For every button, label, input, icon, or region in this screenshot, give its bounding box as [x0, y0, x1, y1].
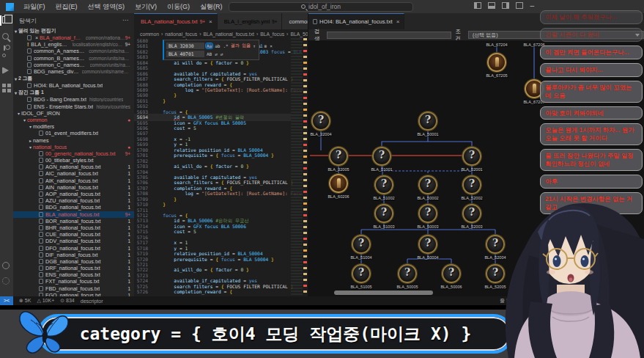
open-editor-item[interactable]: ×BLA_national_focus.txtcommon/national_f…	[13, 34, 134, 41]
search-view-icon[interactable]	[2, 33, 11, 42]
file-item[interactable]: BHR_national_focus.txt1	[13, 224, 134, 231]
breadcrumb[interactable]: common›national_focus›BLA_national_focus…	[134, 29, 308, 38]
file-item[interactable]: DIF_national_focus.txt1	[13, 252, 134, 258]
tab-bla-national-focus-txt[interactable]: BLA_national_focus.txt9+×	[134, 13, 218, 29]
open-editor-item[interactable]: BDG - Bang Dream.txthistory/countries	[13, 96, 134, 103]
minimize-button[interactable]: –	[530, 2, 534, 9]
focus-node-bla_32005[interactable]	[329, 147, 348, 166]
menu-item-s[interactable]: 선택 영역(S)	[83, 0, 130, 13]
close-preview-tab-icon[interactable]: ×	[396, 18, 400, 25]
file-item[interactable]: 01_event_modifiers.txt	[13, 130, 134, 136]
file-item[interactable]: BDG_national_focus.txt1	[13, 204, 134, 211]
open-editors-header[interactable]: ▾열려 있는 편집기	[13, 27, 134, 34]
file-item[interactable]: DRF_national_focus.txt1	[13, 265, 134, 271]
problems-errors[interactable]: ⊗ 5K	[19, 298, 31, 304]
file-item[interactable]: AIK_national_focus.txt1	[13, 178, 134, 184]
file-item[interactable]: BLA_national_focus.txt9+	[13, 211, 134, 218]
toggle-panel-icon[interactable]	[488, 2, 495, 9]
file-item[interactable]: DDV_national_focus.txt1	[13, 238, 134, 244]
open-editor-item[interactable]: HOI4: BLA_national_focus.txt	[13, 82, 134, 89]
breadcrumb-item[interactable]: BLA_50005	[290, 32, 308, 37]
open-editor-item[interactable]: ENS - Ensemble Stars.txthistory/countrie…	[13, 103, 134, 110]
whole-word-icon[interactable]: ab	[214, 43, 221, 48]
file-item[interactable]: AZU_national_focus.txt1	[13, 197, 134, 204]
toggle-sidebar-icon[interactable]	[474, 2, 481, 9]
file-item[interactable]: ENS_national_focus.txt1	[13, 271, 134, 278]
code-editor[interactable]: 5680 y = 15681 relative_position_id = BL…	[134, 38, 308, 296]
toggle-secondary-sidebar-icon[interactable]	[502, 2, 509, 9]
regex-icon[interactable]: .*	[222, 43, 229, 48]
file-item[interactable]: FXT_national_focus.txt1	[13, 278, 134, 285]
file-item[interactable]: AIC_national_focus.txt1	[13, 170, 134, 177]
menu-item-v[interactable]: 보기(V)	[130, 0, 162, 13]
match-case-icon[interactable]: Aa	[206, 43, 212, 48]
find-next-icon[interactable]: ↓	[258, 43, 262, 48]
folder-item[interactable]: ▸names	[13, 136, 134, 143]
settings-gear-icon[interactable]	[2, 277, 11, 286]
breadcrumb-item[interactable]: national_focus	[165, 32, 197, 37]
focus-node-bla_52001[interactable]	[462, 147, 481, 166]
folder-item[interactable]: ▾common●	[13, 117, 134, 123]
focus-node-bla_50006[interactable]	[442, 264, 461, 283]
menu-item-g[interactable]: 이동(G)	[162, 0, 195, 13]
file-item[interactable]: 00_titlebar_styles.txt	[13, 157, 134, 164]
explorer-icon[interactable]	[2, 16, 11, 25]
focus-node-bla_50001[interactable]	[418, 112, 437, 131]
sidebar-more-icon[interactable]: ⋯	[122, 17, 128, 25]
close-tab-icon[interactable]: ×	[209, 18, 212, 25]
menu-item-e[interactable]: 편집(E)	[51, 0, 83, 13]
preserve-case-icon[interactable]: AB	[206, 51, 212, 56]
file-item[interactable]: BOR_national_focus.txt1	[13, 218, 134, 224]
remote-indicator[interactable]: ><	[0, 296, 13, 305]
focus-node-bla_32004[interactable]	[311, 112, 330, 131]
focus-node-bla_51005[interactable]	[352, 264, 371, 283]
status-file-item[interactable]: descriptor	[81, 299, 103, 304]
preview-search-input[interactable]	[327, 32, 451, 39]
focus-node-bla_50005[interactable]	[398, 264, 417, 283]
find-in-selection-icon[interactable]: ≡	[264, 43, 268, 48]
replace-icon[interactable]: ⇄	[214, 51, 218, 56]
open-editor-item[interactable]: common_C_names_divisions.txtcommon/units…	[13, 62, 134, 68]
preview-horizontal-scrollbar[interactable]	[334, 291, 433, 295]
problems-info[interactable]: ⊙ 834	[60, 298, 75, 304]
breadcrumb-item[interactable]: BLA_focus	[260, 32, 284, 37]
focus-node-bla_51002[interactable]	[374, 175, 393, 194]
file-item[interactable]: 00_generic_national_focus.txt9+	[13, 150, 134, 157]
editor-group-2-header[interactable]: ▾2 그룹	[13, 75, 134, 82]
focus-node-bla_67205[interactable]	[487, 53, 506, 72]
replace-all-icon[interactable]: ⇄	[220, 51, 224, 56]
breadcrumb-item[interactable]: common	[140, 32, 159, 37]
focus-node-bla_60206[interactable]	[329, 174, 348, 193]
focus-node-bla_52003[interactable]	[462, 204, 481, 223]
folder-item[interactable]: ▾modifiers	[13, 123, 134, 130]
replace-input[interactable]	[166, 51, 204, 57]
extensions-icon[interactable]	[2, 84, 11, 92]
breadcrumb-item[interactable]: BLA_national_focus.txt	[203, 32, 254, 37]
file-item[interactable]: AGN_national_focus.txt1	[13, 164, 134, 170]
focus-node-bla_51001[interactable]	[372, 147, 391, 166]
file-item[interactable]: AIN_national_focus.txt1	[13, 184, 134, 191]
open-editor-item[interactable]: common_A_names_divisions.txtcommon/units…	[13, 48, 134, 54]
focus-node-bla_50002[interactable]	[418, 175, 437, 194]
file-item[interactable]: FBD_national_focus.txt1	[13, 285, 134, 292]
source-control-icon[interactable]	[2, 50, 11, 59]
open-editor-item[interactable]: BDG_names_divisions.txtcommon/units/name…	[13, 68, 134, 75]
focus-node-bla_50004[interactable]	[418, 235, 437, 254]
focus-node-bla_51004[interactable]	[352, 235, 371, 254]
file-item[interactable]: CUE_national_focus.txt1	[13, 231, 134, 238]
menu-item-f[interactable]: 파일(F)	[18, 0, 51, 13]
open-editor-item[interactable]: !BLA_l_english.ymllocalisation/english/c…	[13, 41, 134, 48]
customize-layout-icon[interactable]	[516, 2, 523, 9]
run-debug-icon[interactable]	[2, 67, 11, 76]
tab-bla-l-english-yml[interactable]: BLA_l_english.yml9+	[218, 13, 283, 29]
close-find-icon[interactable]: ×	[269, 43, 273, 48]
account-icon[interactable]	[2, 262, 11, 271]
workspace-root[interactable]: ▾IDOL_OF_IRON	[13, 110, 134, 117]
find-input[interactable]	[166, 43, 204, 49]
file-item[interactable]: AOP_national_focus.txt1	[13, 191, 134, 197]
file-item[interactable]: DGB_national_focus.txt1	[13, 258, 134, 265]
tab-common-a-nam---[interactable]: common_A_nam...	[282, 13, 308, 29]
command-center-search[interactable]: idol_of_iron	[229, 2, 413, 12]
minimap[interactable]	[291, 38, 303, 296]
focus-node-bla_51003[interactable]	[374, 204, 393, 223]
